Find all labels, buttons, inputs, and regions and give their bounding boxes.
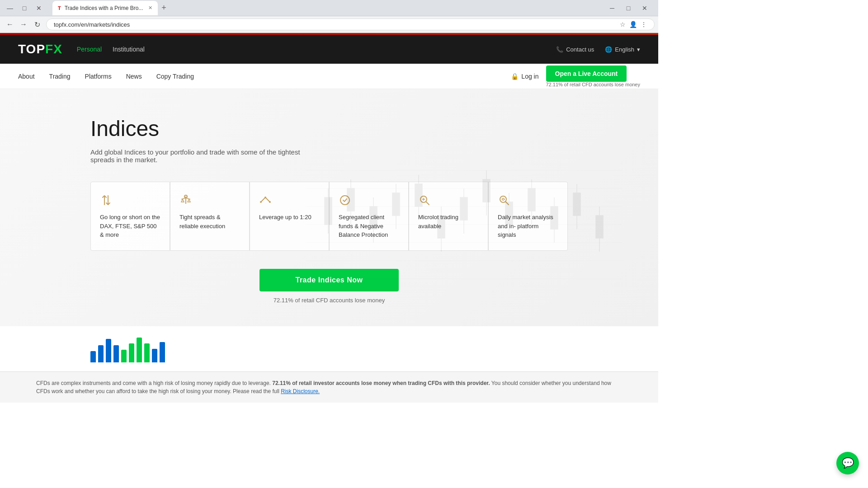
login-label: Log in <box>521 73 538 80</box>
forward-button[interactable]: → <box>17 18 30 31</box>
risk-text-bold: 72.11% of retail investor accounts lose … <box>272 380 490 386</box>
hero-section: Indices Add global Indices to your portf… <box>0 89 658 326</box>
login-button[interactable]: 🔒 Log in <box>511 73 538 80</box>
arrows-icon <box>100 193 160 207</box>
main-navigation: TOPFX Personal Institutional 📞 Contact u… <box>0 35 658 64</box>
svg-rect-9 <box>415 184 422 206</box>
url-display: topfx.com/en/markets/indices <box>54 21 620 28</box>
browser-chrome: — □ ✕ T Trade Indices with a Prime Bro..… <box>0 0 658 16</box>
feature-text-1: Go long or short on the DAX, FTSE, S&P 5… <box>100 213 160 239</box>
svg-rect-21 <box>551 206 558 229</box>
scales-icon <box>179 193 240 207</box>
svg-line-35 <box>181 198 186 199</box>
nav-personal[interactable]: Personal <box>77 46 102 53</box>
svg-point-39 <box>264 197 266 198</box>
svg-rect-3 <box>347 188 354 211</box>
svg-rect-17 <box>505 202 513 225</box>
globe-icon: 🌐 <box>605 46 612 53</box>
svg-rect-23 <box>573 193 580 216</box>
browser-restore-button[interactable]: □ <box>622 2 635 14</box>
feature-card-1: Go long or short on the DAX, FTSE, S&P 5… <box>90 182 170 251</box>
logo-top: TOP <box>18 42 45 56</box>
hero-subtitle: Add global Indices to your portfolio and… <box>90 148 316 164</box>
address-bar-row: ← → ↻ topfx.com/en/markets/indices ☆ 👤 ⋮ <box>0 16 658 33</box>
nav-news[interactable]: News <box>126 73 142 80</box>
svg-point-38 <box>269 201 271 203</box>
risk-disclosure-link[interactable]: Risk Disclosure. <box>281 388 320 394</box>
nav-institutional[interactable]: Institutional <box>113 46 145 53</box>
language-selector[interactable]: 🌐 English ▾ <box>605 46 640 53</box>
bookmark-icon[interactable]: ☆ <box>620 21 626 28</box>
browser-menu-icon[interactable]: ⋮ <box>641 21 647 28</box>
contact-icon: 📞 <box>556 46 563 53</box>
logo-text: TOPFX <box>18 42 62 56</box>
language-label: English <box>615 46 634 53</box>
risk-text-1: CFDs are complex instruments and come wi… <box>36 380 271 386</box>
active-tab[interactable]: T Trade Indices with a Prime Bro... ✕ <box>52 1 158 15</box>
sub-nav-links: About Trading Platforms News Copy Tradin… <box>18 73 194 80</box>
tab-close-button[interactable]: ✕ <box>148 5 152 11</box>
minimize-button[interactable]: — <box>4 2 16 14</box>
open-account-button[interactable]: Open a Live Account <box>546 66 627 82</box>
lock-icon: 🔒 <box>511 73 519 80</box>
cfd-warning-subnav: 72.11% of retail CFD accounts lose money <box>546 82 641 87</box>
svg-rect-15 <box>483 179 490 202</box>
feature-text-2: Tight spreads & reliable execution <box>179 213 240 230</box>
svg-rect-19 <box>528 188 535 211</box>
svg-rect-1 <box>325 197 332 225</box>
logo-fx: FX <box>45 42 62 56</box>
chart-watermark <box>306 143 622 288</box>
bottom-logo-section <box>0 326 658 371</box>
address-bar[interactable]: topfx.com/en/markets/indices ☆ 👤 ⋮ <box>46 19 655 30</box>
open-account-wrapper: Open a Live Account 72.11% of retail CFD… <box>546 66 641 87</box>
nav-right: 📞 Contact us 🌐 English ▾ <box>556 46 640 53</box>
close-button[interactable]: ✕ <box>33 2 45 14</box>
brand-logo-graphic <box>90 335 568 362</box>
svg-rect-11 <box>438 216 445 238</box>
nav-left: TOPFX Personal Institutional <box>18 42 145 56</box>
cfd-note: 72.11% of retail CFD accounts lose money <box>274 297 385 304</box>
profile-icon[interactable]: 👤 <box>629 21 637 28</box>
chevron-down-icon: ▾ <box>637 46 640 53</box>
contact-us-link[interactable]: 📞 Contact us <box>556 46 594 53</box>
nav-links: Personal Institutional <box>77 46 145 53</box>
tab-favicon: T <box>58 5 61 11</box>
browser-controls: — □ ✕ <box>4 2 45 14</box>
svg-point-37 <box>260 201 262 203</box>
footer-risk-warning: CFDs are complex instruments and come wi… <box>0 371 658 403</box>
nav-about[interactable]: About <box>18 73 35 80</box>
navigation-buttons: ← → ↻ <box>4 18 43 31</box>
feature-card-2: Tight spreads & reliable execution <box>170 182 250 251</box>
contact-label: Contact us <box>566 46 594 53</box>
new-tab-button[interactable]: + <box>158 3 170 13</box>
back-button[interactable]: ← <box>4 18 16 31</box>
svg-rect-7 <box>392 193 400 216</box>
nav-copy-trading[interactable]: Copy Trading <box>156 73 194 80</box>
sub-navigation: About Trading Platforms News Copy Tradin… <box>0 64 658 89</box>
nav-trading[interactable]: Trading <box>49 73 71 80</box>
page-title: Indices <box>90 116 568 141</box>
browser-minimize-button[interactable]: ─ <box>606 2 618 14</box>
maximize-button[interactable]: □ <box>18 2 31 14</box>
nav-platforms[interactable]: Platforms <box>85 73 112 80</box>
browser-close-button[interactable]: ✕ <box>638 2 651 14</box>
svg-line-36 <box>186 198 190 199</box>
tab-title: Trade Indices with a Prime Bro... <box>65 5 143 11</box>
svg-rect-25 <box>596 216 603 238</box>
svg-rect-13 <box>460 197 467 220</box>
sub-nav-right: 🔒 Log in Open a Live Account 72.11% of r… <box>511 66 640 87</box>
svg-rect-5 <box>370 206 377 229</box>
address-icons: ☆ 👤 ⋮ <box>620 21 647 28</box>
logo[interactable]: TOPFX <box>18 42 62 56</box>
refresh-button[interactable]: ↻ <box>31 18 43 31</box>
